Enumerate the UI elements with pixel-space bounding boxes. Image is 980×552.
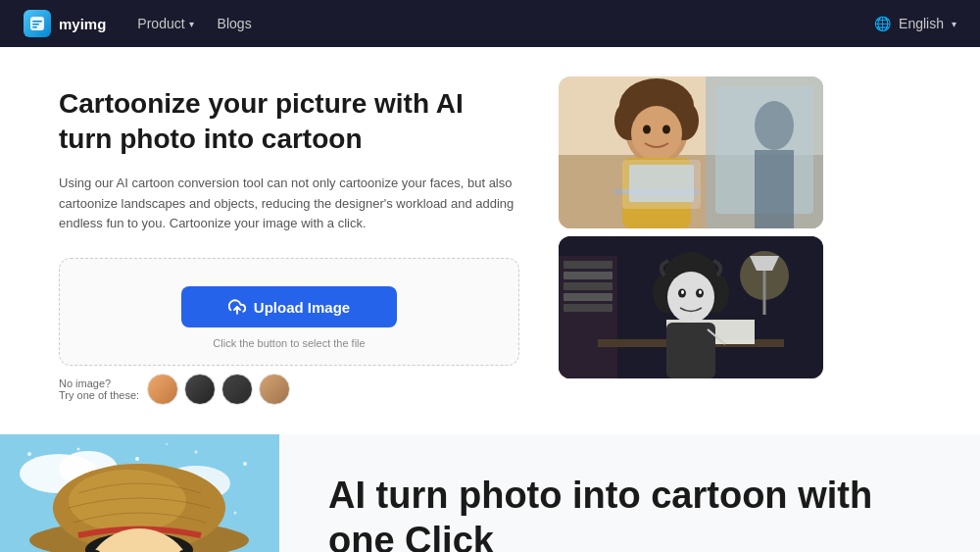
language-label: English [899,16,944,31]
svg-point-52 [243,462,247,466]
svg-point-55 [234,512,237,515]
sample-thumb-4[interactable] [259,374,290,405]
svg-point-37 [667,272,714,323]
hero-images [559,76,823,405]
upload-box: Upload Image Click the button to select … [59,258,519,366]
anime-image-container [0,434,279,552]
sample-images-row: No image?Try one of these: [59,374,519,405]
svg-rect-26 [564,282,612,290]
second-section-title: AI turn photo into cartoon with one Clic… [328,474,931,552]
hero-image-bottom [559,236,823,378]
chevron-down-icon: ▾ [952,19,956,29]
svg-rect-24 [564,261,612,269]
hero-title: Cartoonize your picture with AI turn pho… [59,86,519,158]
upload-icon [228,298,246,316]
language-icon: 🌐 [874,16,891,31]
second-section-right: AI turn photo into cartoon with one Clic… [279,434,980,552]
nav-item-product[interactable]: Product ▾ [137,16,193,31]
anime-image [0,434,279,552]
sample-thumb-2[interactable] [184,374,216,405]
sample-thumb-1[interactable] [147,374,178,405]
chevron-down-icon: ▾ [189,19,194,29]
svg-point-9 [755,101,794,150]
svg-rect-21 [629,165,694,202]
hero-image-top [559,76,823,228]
upload-button[interactable]: Upload Image [181,286,397,327]
svg-rect-1 [32,21,42,23]
logo-text: myimg [59,16,106,32]
sample-thumbs [147,374,290,405]
svg-point-48 [27,452,31,456]
svg-point-50 [135,457,139,461]
second-section: AI turn photo into cartoon with one Clic… [0,434,980,552]
navbar-left: myimg Product ▾ Blogs [24,10,252,37]
svg-rect-28 [564,304,612,312]
svg-point-59 [69,470,186,532]
svg-rect-3 [32,26,37,28]
svg-point-41 [699,290,702,294]
sample-thumb-3[interactable] [221,374,253,405]
svg-point-53 [166,443,168,445]
hero-description: Using our AI cartoon conversion tool can… [59,174,519,234]
svg-point-49 [77,448,80,451]
logo[interactable]: myimg [24,10,106,37]
upload-button-label: Upload Image [254,299,350,316]
svg-point-40 [681,290,684,294]
navbar: myimg Product ▾ Blogs 🌐 English ▾ [0,0,980,47]
upload-hint: Click the button to select the file [213,337,365,349]
hero-section: Cartoonize your picture with AI turn pho… [0,47,980,434]
svg-rect-2 [32,24,39,25]
nav-links: Product ▾ Blogs [137,16,251,31]
svg-point-15 [631,106,682,161]
svg-point-51 [195,451,198,454]
hero-left: Cartoonize your picture with AI turn pho… [59,86,519,405]
svg-rect-10 [755,150,794,228]
svg-point-16 [643,125,651,134]
language-selector[interactable]: 🌐 English ▾ [874,16,956,31]
nav-item-blogs[interactable]: Blogs [218,16,252,31]
svg-rect-27 [564,293,612,301]
svg-point-17 [662,125,670,134]
no-image-label: No image?Try one of these: [59,377,139,401]
svg-rect-25 [564,272,612,279]
logo-icon [24,10,51,37]
